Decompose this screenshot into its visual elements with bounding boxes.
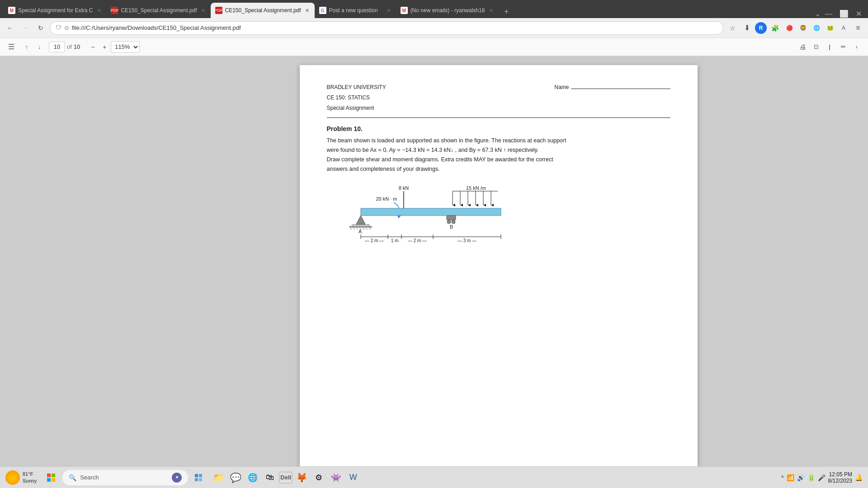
pdf-more-button[interactable]: ›	[851, 41, 863, 53]
tab-title-gmail2: (No new emails) - ryanwalsh18	[410, 7, 485, 14]
taskbar-files-icon[interactable]: 📁	[210, 469, 226, 486]
tab-title-gmail: Special Assignment for Extra C	[18, 7, 93, 14]
system-tray-chevron[interactable]: ^	[781, 474, 784, 481]
notification-button[interactable]: 🔔	[855, 474, 863, 481]
mic-icon[interactable]: 🎤	[818, 474, 826, 481]
network-icon[interactable]: 📶	[787, 474, 794, 481]
addon4-button[interactable]: 🐸	[824, 22, 836, 34]
svg-rect-32	[199, 478, 202, 481]
tab-gmail[interactable]: M Special Assignment for Extra C ✕	[4, 3, 106, 18]
name-underline[interactable]	[571, 89, 670, 89]
pdf-page-up[interactable]: ↑	[21, 41, 33, 53]
task-view-icon	[194, 474, 203, 482]
addon5-button[interactable]: A	[837, 22, 850, 34]
force-15knm-label: 15 kN /m	[466, 185, 486, 191]
address-bar[interactable]: 🛡 ⊙ file:///C:/Users/ryanw/Downloads/CE1…	[50, 21, 723, 35]
tab-google[interactable]: G Post a new question ✕	[315, 3, 396, 18]
svg-rect-29	[195, 474, 198, 477]
weather-widget[interactable]: 81°F Sunny	[5, 470, 37, 485]
taskbar-store-icon[interactable]: 🛍	[262, 469, 278, 486]
forward-button[interactable]: →	[19, 22, 32, 34]
taskbar-settings-icon[interactable]: ⚙	[311, 469, 327, 486]
tab-close-pdf1[interactable]: ✕	[200, 7, 207, 14]
weather-temp: 81°F	[23, 471, 37, 477]
tab-pdf1[interactable]: PDF CE150_Special Assignment.pdf ✕	[106, 3, 210, 18]
tab-title-pdf2: CE150_Special Assignment.pdf	[225, 7, 301, 14]
tab-favicon-gmail2: M	[401, 7, 408, 14]
back-button[interactable]: ←	[4, 22, 16, 34]
support-b-body	[447, 216, 456, 220]
tab-close-gmail[interactable]: ✕	[95, 7, 103, 14]
name-label: Name	[554, 84, 569, 90]
taskbar-dell-icon[interactable]: Dell	[279, 472, 292, 483]
zoom-out-button[interactable]: −	[87, 42, 98, 52]
tab-bar: M Special Assignment for Extra C ✕ PDF C…	[0, 0, 868, 18]
tab-close-google[interactable]: ✕	[385, 7, 392, 14]
addon3-button[interactable]: 🌐	[810, 22, 823, 34]
problem-line-3: Draw complete shear and moment diagrams.…	[327, 156, 553, 163]
beam-diagram: 8 kN 15 kN /m	[336, 183, 670, 249]
weather-condition: Sunny	[23, 478, 37, 484]
beam-body	[361, 208, 501, 216]
pdf-print-button[interactable]: 🖨	[797, 41, 808, 53]
pdf-sidebar-toggle[interactable]: ☰	[5, 41, 17, 53]
menu-button[interactable]: ≡	[852, 22, 864, 34]
label-a: A	[359, 229, 362, 234]
problem-text: The beam shown is loaded and supported a…	[327, 136, 670, 174]
addon2-button[interactable]: 🦁	[797, 22, 809, 34]
zoom-select[interactable]: 115% 100% 75% 125% 150%	[111, 41, 140, 53]
download-button[interactable]: ⬇	[741, 22, 753, 34]
extensions-button[interactable]: 🧩	[769, 22, 781, 34]
minimize-button[interactable]: —	[822, 10, 835, 18]
maximize-button[interactable]: ⬜	[837, 9, 851, 18]
svg-rect-28	[52, 478, 55, 482]
volume-icon[interactable]: 🔊	[797, 474, 805, 481]
taskbar-search[interactable]: 🔍 Search ✦	[62, 469, 189, 486]
pdf-fit-button[interactable]: ⊡	[810, 41, 822, 53]
taskbar-firefox-icon[interactable]: 🦊	[293, 469, 310, 486]
windows-logo-icon	[47, 474, 55, 482]
pdf-sidebar	[0, 56, 129, 466]
course-name: CE 150: STATICS	[327, 94, 386, 102]
dim-1m: 1 m	[391, 238, 398, 243]
svg-rect-27	[47, 478, 51, 482]
start-button[interactable]	[42, 469, 60, 487]
name-field: Name	[554, 84, 670, 90]
toolbar-actions: ☆ ⬇ R 🧩 🔴 🦁 🌐 🐸 A ≡	[726, 22, 864, 34]
beam-svg: 8 kN 15 kN /m	[336, 183, 526, 247]
page-number-input[interactable]: 10	[49, 42, 65, 52]
taskbar-twitch-icon[interactable]: 👾	[328, 469, 344, 486]
tab-gmail2[interactable]: M (No new emails) - ryanwalsh18 ✕	[396, 3, 499, 18]
refresh-button[interactable]: ↻	[34, 22, 47, 34]
taskbar-teams-icon[interactable]: 💬	[227, 469, 244, 486]
tab-bar-dropdown[interactable]: ⌄	[815, 9, 821, 18]
zoom-in-button[interactable]: +	[99, 42, 110, 52]
tab-pdf2[interactable]: PDF CE150_Special Assignment.pdf ✕	[211, 3, 315, 18]
taskbar-word-icon[interactable]: W	[345, 469, 361, 486]
battery-icon[interactable]: 🔋	[807, 474, 815, 481]
pdf-pen-button[interactable]: ✏	[837, 41, 849, 53]
problem-line-1: The beam shown is loaded and supported a…	[327, 137, 566, 144]
bookmark-button[interactable]: ☆	[726, 22, 739, 34]
force-8kn-label: 8 kN	[398, 185, 409, 191]
clock-display[interactable]: 12:05 PM 8/12/2023	[828, 471, 852, 484]
taskbar-edge-icon[interactable]: 🌐	[245, 469, 261, 486]
pdf-page-down[interactable]: ↓	[33, 41, 45, 53]
university-info: BRADLEY UNIVERSITY CE 150: STATICS Speci…	[327, 83, 386, 115]
new-tab-button[interactable]: +	[500, 5, 513, 18]
pdf-cursor-button[interactable]: |	[824, 41, 835, 53]
problem-line-4: answers and completeness of your drawing…	[327, 166, 440, 172]
support-a	[356, 216, 365, 224]
cortana-icon: ✦	[172, 473, 182, 483]
close-window-button[interactable]: ✕	[853, 9, 864, 18]
pdf-page-nav: ↑ ↓	[21, 41, 45, 53]
tab-close-gmail2[interactable]: ✕	[487, 7, 495, 14]
svg-rect-25	[47, 474, 51, 477]
addon1-button[interactable]: 🔴	[783, 22, 796, 34]
task-view-button[interactable]	[190, 469, 207, 486]
support-b-roller1	[447, 220, 451, 224]
account-button[interactable]: R	[755, 22, 767, 34]
tab-close-pdf2[interactable]: ✕	[304, 7, 311, 14]
tab-title-google: Post a new question	[329, 7, 382, 14]
browser-frame: M Special Assignment for Extra C ✕ PDF C…	[0, 0, 868, 488]
